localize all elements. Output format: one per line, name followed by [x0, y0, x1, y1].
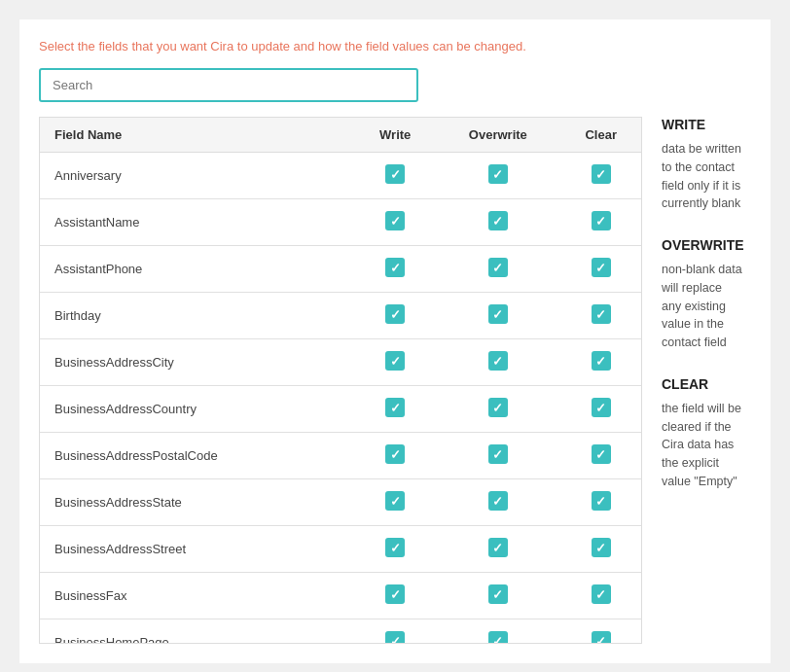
overwrite-check-icon[interactable]	[488, 444, 508, 464]
clear-check-icon[interactable]	[592, 631, 611, 643]
field-name-cell: BusinessAddressPostalCode	[40, 433, 355, 479]
overwrite-cell[interactable]	[435, 433, 560, 479]
field-name-cell: Birthday	[40, 293, 355, 339]
overwrite-cell[interactable]	[435, 153, 560, 199]
write-check-icon[interactable]	[385, 538, 405, 557]
write-cell[interactable]	[355, 433, 435, 479]
field-name-cell: BusinessAddressCity	[40, 339, 355, 386]
clear-check-icon[interactable]	[592, 211, 611, 230]
clear-check-icon[interactable]	[592, 444, 611, 464]
clear-cell[interactable]	[560, 246, 641, 293]
write-cell[interactable]	[355, 386, 435, 433]
overwrite-check-icon[interactable]	[488, 538, 508, 557]
table-section: Field Name Write Overwrite Clear Anniver…	[39, 117, 642, 644]
overwrite-info-title: OVERWRITE	[662, 237, 744, 253]
write-check-icon[interactable]	[385, 164, 405, 184]
write-cell[interactable]	[355, 153, 435, 199]
overwrite-cell[interactable]	[435, 246, 560, 293]
main-container: Select the fields that you want Cira to …	[19, 19, 771, 663]
table-row: AssistantName	[40, 199, 641, 246]
clear-cell[interactable]	[560, 339, 641, 386]
write-cell[interactable]	[355, 526, 435, 573]
table-wrapper[interactable]: Field Name Write Overwrite Clear Anniver…	[40, 118, 641, 643]
overwrite-info-desc: non-blank data will replace any existing…	[662, 261, 744, 352]
field-name-cell: BusinessAddressCountry	[40, 386, 355, 433]
overwrite-cell[interactable]	[435, 199, 560, 246]
overwrite-info-block: OVERWRITE non-blank data will replace an…	[662, 237, 744, 352]
clear-cell[interactable]	[560, 526, 641, 573]
main-layout: Field Name Write Overwrite Clear Anniver…	[39, 117, 751, 644]
field-name-cell: BusinessAddressStreet	[40, 526, 355, 573]
field-name-cell: Anniversary	[40, 153, 355, 199]
write-check-icon[interactable]	[385, 491, 405, 511]
overwrite-cell[interactable]	[435, 479, 560, 526]
field-name-cell: BusinessAddressState	[40, 479, 355, 526]
overwrite-check-icon[interactable]	[488, 584, 508, 604]
clear-check-icon[interactable]	[592, 584, 611, 604]
write-cell[interactable]	[355, 619, 435, 644]
table-row: BusinessAddressCity	[40, 339, 641, 386]
clear-cell[interactable]	[560, 293, 641, 339]
write-cell[interactable]	[355, 573, 435, 619]
write-cell[interactable]	[355, 293, 435, 339]
overwrite-check-icon[interactable]	[488, 631, 508, 643]
write-cell[interactable]	[355, 339, 435, 386]
write-check-icon[interactable]	[385, 211, 405, 230]
col-overwrite: Overwrite	[435, 118, 560, 153]
clear-check-icon[interactable]	[592, 164, 611, 184]
overwrite-cell[interactable]	[435, 293, 560, 339]
clear-cell[interactable]	[560, 479, 641, 526]
clear-cell[interactable]	[560, 386, 641, 433]
write-cell[interactable]	[355, 199, 435, 246]
clear-check-icon[interactable]	[592, 538, 611, 557]
clear-info-desc: the field will be cleared if the Cira da…	[662, 400, 744, 491]
table-row: Birthday	[40, 293, 641, 339]
table-row: BusinessHomePage	[40, 619, 641, 644]
overwrite-check-icon[interactable]	[488, 164, 508, 184]
clear-check-icon[interactable]	[592, 491, 611, 511]
clear-cell[interactable]	[560, 153, 641, 199]
intro-text: Select the fields that you want Cira to …	[39, 39, 751, 53]
overwrite-cell[interactable]	[435, 619, 560, 644]
table-row: BusinessAddressState	[40, 479, 641, 526]
write-info-title: WRITE	[662, 117, 744, 132]
table-row: BusinessFax	[40, 573, 641, 619]
fields-table: Field Name Write Overwrite Clear Anniver…	[40, 118, 641, 643]
write-check-icon[interactable]	[385, 584, 405, 604]
write-check-icon[interactable]	[385, 444, 405, 464]
col-field-name: Field Name	[40, 118, 355, 153]
clear-cell[interactable]	[560, 199, 641, 246]
intro-after: to update and how the field values can b…	[233, 39, 526, 53]
overwrite-check-icon[interactable]	[488, 491, 508, 511]
write-check-icon[interactable]	[385, 258, 405, 277]
search-input[interactable]	[39, 68, 418, 102]
write-check-icon[interactable]	[385, 304, 405, 324]
col-clear: Clear	[560, 118, 641, 153]
write-check-icon[interactable]	[385, 351, 405, 371]
overwrite-check-icon[interactable]	[488, 258, 508, 277]
overwrite-cell[interactable]	[435, 573, 560, 619]
clear-cell[interactable]	[560, 619, 641, 644]
clear-cell[interactable]	[560, 433, 641, 479]
overwrite-cell[interactable]	[435, 339, 560, 386]
overwrite-check-icon[interactable]	[488, 304, 508, 324]
write-cell[interactable]	[355, 479, 435, 526]
write-check-icon[interactable]	[385, 631, 405, 643]
field-name-cell: BusinessFax	[40, 573, 355, 619]
overwrite-check-icon[interactable]	[488, 398, 508, 417]
table-row: BusinessAddressPostalCode	[40, 433, 641, 479]
clear-check-icon[interactable]	[592, 258, 611, 277]
overwrite-check-icon[interactable]	[488, 211, 508, 230]
overwrite-check-icon[interactable]	[488, 351, 508, 371]
intro-before: Select the fields that you want	[39, 39, 210, 53]
clear-check-icon[interactable]	[592, 304, 611, 324]
clear-info-title: CLEAR	[662, 376, 744, 392]
clear-cell[interactable]	[560, 573, 641, 619]
write-cell[interactable]	[355, 246, 435, 293]
clear-check-icon[interactable]	[592, 398, 611, 417]
overwrite-cell[interactable]	[435, 526, 560, 573]
write-check-icon[interactable]	[385, 398, 405, 417]
overwrite-cell[interactable]	[435, 386, 560, 433]
clear-check-icon[interactable]	[592, 351, 611, 371]
table-row: AssistantPhone	[40, 246, 641, 293]
